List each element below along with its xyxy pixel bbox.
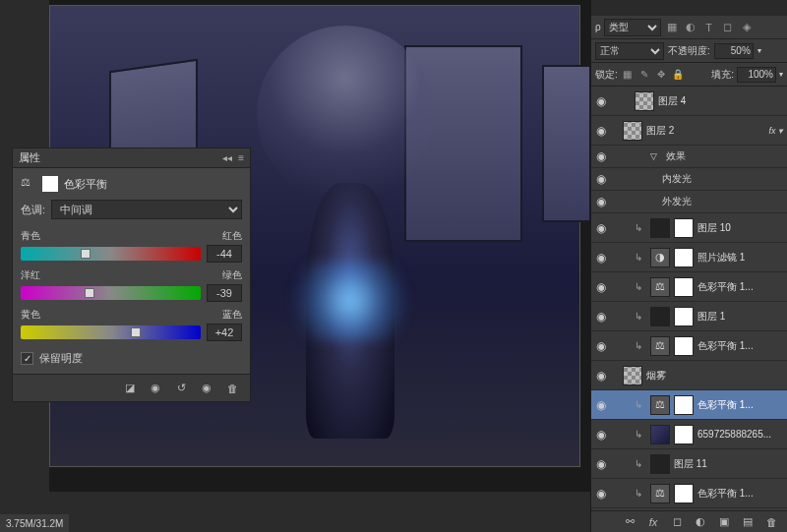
filter-pixel-icon[interactable]: ▦	[664, 20, 680, 35]
layer-row[interactable]: ◉ 烟雾	[591, 361, 787, 390]
layer-name[interactable]: 色彩平衡 1...	[697, 339, 754, 353]
filter-type-icon[interactable]: T	[701, 20, 717, 35]
delete-layer-icon[interactable]: 🗑	[763, 514, 779, 530]
layer-thumbnail[interactable]	[650, 307, 670, 326]
layer-mask-thumbnail[interactable]	[674, 395, 694, 415]
visibility-toggle-icon[interactable]: ◉	[596, 280, 610, 294]
visibility-toggle-icon[interactable]: ◉	[596, 172, 610, 186]
slider-value-input[interactable]	[207, 324, 242, 341]
filter-smart-icon[interactable]: ◈	[739, 20, 755, 35]
reset-icon[interactable]: ↺	[173, 381, 189, 396]
layer-thumbnail[interactable]	[635, 91, 654, 111]
clip-to-layer-icon[interactable]: ◪	[122, 381, 138, 396]
layer-name[interactable]: 图层 10	[697, 221, 731, 235]
layer-name[interactable]: 色彩平衡 1...	[697, 280, 754, 294]
delete-adjustment-icon[interactable]: 🗑	[224, 381, 240, 396]
filter-kind-icon: ρ	[595, 22, 601, 32]
visibility-toggle-icon[interactable]: ◉	[596, 149, 610, 163]
opacity-input[interactable]	[714, 43, 754, 59]
toggle-visibility-icon[interactable]: ◉	[199, 381, 214, 396]
layer-thumbnail[interactable]	[650, 218, 670, 238]
layer-row[interactable]: ◉ ↳ ⚖ 色彩平衡 1...	[591, 390, 787, 420]
layer-thumbnail[interactable]	[623, 121, 642, 141]
lock-position-icon[interactable]: ✥	[654, 68, 668, 82]
visibility-toggle-icon[interactable]: ◉	[596, 487, 610, 501]
layer-mask-thumbnail[interactable]	[674, 307, 694, 326]
layer-mask-thumbnail[interactable]	[674, 248, 694, 267]
visibility-toggle-icon[interactable]: ◉	[596, 369, 610, 383]
layer-name[interactable]: 色彩平衡 1...	[697, 398, 754, 412]
layer-thumbnail[interactable]	[623, 366, 642, 385]
tone-select[interactable]: 中间调	[51, 200, 242, 219]
visibility-toggle-icon[interactable]: ◉	[596, 251, 610, 265]
panel-menu-icon[interactable]: ≡	[238, 152, 244, 163]
layer-mask-thumbnail[interactable]	[674, 218, 694, 238]
layer-row[interactable]: ◉ ↳ ⚖ 色彩平衡 1...	[591, 272, 787, 302]
color-balance-slider[interactable]	[21, 286, 201, 300]
layer-effect-row[interactable]: ◉ 内发光	[591, 168, 787, 191]
layer-row[interactable]: ◉ ↳ 图层 10	[591, 213, 787, 243]
layer-name[interactable]: 图层 1	[697, 310, 725, 324]
disclosure-icon[interactable]: ▽	[650, 151, 660, 161]
layer-name[interactable]: 色彩平衡 1...	[697, 487, 754, 501]
layer-mask-thumbnail[interactable]	[674, 336, 694, 356]
visibility-toggle-icon[interactable]: ◉	[596, 339, 610, 353]
link-layers-icon[interactable]: ⚯	[622, 514, 637, 530]
layer-thumbnail[interactable]	[650, 425, 670, 444]
layer-name[interactable]: 图层 4	[658, 94, 686, 108]
color-balance-slider[interactable]	[21, 325, 201, 339]
visibility-toggle-icon[interactable]: ◉	[596, 457, 610, 471]
layer-name[interactable]: 图层 2	[646, 124, 674, 138]
layer-name[interactable]: 照片滤镜 1	[697, 251, 745, 265]
layer-mask-icon[interactable]: ◻	[669, 514, 685, 530]
new-group-icon[interactable]: ▣	[716, 514, 732, 530]
visibility-toggle-icon[interactable]: ◉	[596, 124, 610, 138]
layer-row[interactable]: ◉ ↳ 659725888265...	[591, 420, 787, 449]
panel-collapse-icon[interactable]: ◂◂	[222, 152, 232, 163]
opacity-dropdown-icon[interactable]: ▾	[757, 46, 761, 55]
layer-row[interactable]: ◉ 图层 2 fx ▾	[591, 116, 787, 146]
status-text: 3.75M/31.2M	[6, 518, 63, 529]
layer-mask-thumbnail[interactable]	[674, 277, 694, 297]
layer-row[interactable]: ◉ ↳ 图层 1	[591, 302, 787, 331]
layer-effect-row[interactable]: ◉ ▽ 效果	[591, 146, 787, 168]
mask-thumb-icon[interactable]	[42, 176, 58, 192]
new-layer-icon[interactable]: ▤	[740, 514, 756, 530]
layer-name[interactable]: 图层 11	[674, 457, 707, 471]
visibility-toggle-icon[interactable]: ◉	[596, 398, 610, 412]
layer-mask-thumbnail[interactable]	[674, 484, 694, 503]
layer-row[interactable]: ◉ 图层 4	[591, 87, 787, 116]
layer-thumbnail[interactable]	[650, 454, 670, 474]
visibility-toggle-icon[interactable]: ◉	[596, 428, 610, 442]
layer-row[interactable]: ◉ ↳ ⚖ 色彩平衡 1...	[591, 331, 787, 361]
slider-value-input[interactable]	[207, 284, 242, 302]
blend-mode-select[interactable]: 正常	[595, 42, 664, 60]
layer-name[interactable]: 659725888265...	[697, 429, 771, 440]
layer-mask-thumbnail[interactable]	[674, 425, 694, 444]
visibility-toggle-icon[interactable]: ◉	[596, 221, 610, 235]
layer-row[interactable]: ◉ ↳ ⚖ 色彩平衡 1...	[591, 479, 787, 508]
view-previous-icon[interactable]: ◉	[148, 381, 163, 396]
visibility-toggle-icon[interactable]: ◉	[596, 94, 610, 108]
fill-input[interactable]	[737, 67, 776, 83]
filter-shape-icon[interactable]: ◻	[720, 20, 736, 35]
layers-list[interactable]: ◉ 图层 4 ◉ 图层 2 fx ▾ ◉ ▽ 效果 ◉ 内发光 ◉	[591, 87, 787, 510]
filter-kind-select[interactable]: 类型	[604, 19, 661, 36]
visibility-toggle-icon[interactable]: ◉	[596, 310, 610, 324]
lock-all-icon[interactable]: 🔒	[671, 68, 685, 82]
lock-transparency-icon[interactable]: ▦	[621, 68, 635, 82]
layer-fx-icon[interactable]: fx	[645, 514, 661, 530]
filter-adjustment-icon[interactable]: ◐	[683, 20, 698, 35]
fx-badge[interactable]: fx ▾	[768, 126, 783, 136]
layer-name[interactable]: 烟雾	[646, 369, 666, 383]
preserve-luminosity-checkbox[interactable]: ✓	[21, 352, 33, 365]
lock-pixels-icon[interactable]: ✎	[637, 68, 651, 82]
new-adjustment-icon[interactable]: ◐	[693, 514, 708, 530]
color-balance-slider[interactable]	[21, 247, 201, 261]
fill-dropdown-icon[interactable]: ▾	[779, 70, 783, 79]
layer-effect-row[interactable]: ◉ 外发光	[591, 191, 787, 213]
slider-value-input[interactable]	[207, 245, 242, 263]
visibility-toggle-icon[interactable]: ◉	[596, 195, 610, 208]
layer-row[interactable]: ◉ ↳ 图层 11	[591, 449, 787, 479]
layer-row[interactable]: ◉ ↳ ◑ 照片滤镜 1	[591, 243, 787, 272]
